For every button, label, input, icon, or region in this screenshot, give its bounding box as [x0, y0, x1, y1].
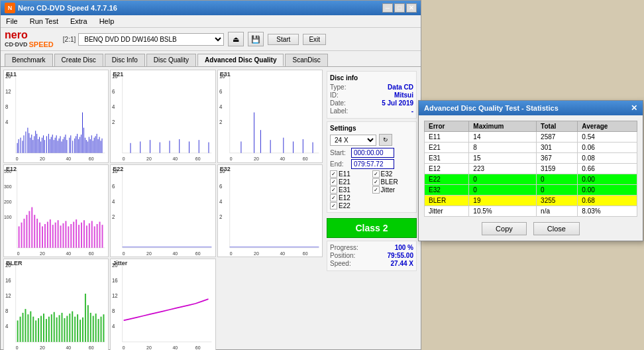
svg-rect-62	[91, 135, 92, 153]
start-time-input[interactable]	[351, 148, 394, 158]
cb-e32-box[interactable]	[372, 170, 380, 178]
svg-rect-187	[25, 309, 26, 342]
svg-text:0: 0	[16, 345, 19, 350]
cb-jitter[interactable]: Jitter	[372, 186, 414, 194]
svg-rect-135	[62, 223, 64, 247]
svg-text:40: 40	[66, 345, 71, 350]
drive-dropdown[interactable]: BENQ DVD DD DW1640 BSLB	[78, 33, 224, 46]
svg-rect-56	[83, 128, 84, 153]
svg-rect-33	[51, 137, 52, 153]
dialog-close-icon[interactable]: ✕	[631, 103, 637, 113]
cb-e22[interactable]: E22	[330, 202, 372, 209]
maximize-button[interactable]: □	[394, 3, 405, 13]
cb-e21-box[interactable]	[330, 178, 337, 186]
cb-e12[interactable]: E12	[330, 194, 372, 202]
svg-rect-55	[82, 113, 83, 153]
svg-rect-16	[27, 128, 28, 153]
dialog-title-text: Advanced Disc Quality Test - Statistics	[424, 104, 559, 112]
svg-rect-106	[302, 139, 303, 153]
svg-rect-132	[55, 222, 56, 247]
svg-rect-134	[60, 225, 62, 248]
svg-rect-150	[101, 225, 103, 248]
svg-text:4: 4	[112, 323, 115, 330]
svg-rect-204	[69, 314, 70, 342]
tab-disc-quality[interactable]: Disc Quality	[146, 54, 196, 66]
cb-e31[interactable]: E31	[330, 186, 372, 194]
svg-text:4: 4	[5, 118, 9, 125]
cb-e32[interactable]: E32	[372, 170, 414, 178]
menu-run-test[interactable]: Run Test	[27, 17, 61, 26]
svg-text:40: 40	[66, 156, 71, 162]
svg-text:12: 12	[5, 88, 11, 95]
svg-rect-198	[54, 312, 55, 342]
position-value: 79:55.00	[388, 252, 413, 259]
exit-button[interactable]: Exit	[303, 34, 326, 45]
chart-e12-label: E12	[6, 166, 17, 172]
svg-rect-35	[54, 140, 54, 153]
svg-rect-207	[77, 315, 78, 343]
close-button[interactable]: Close	[533, 222, 580, 235]
svg-rect-89	[209, 143, 209, 153]
cb-bler-box[interactable]	[372, 178, 380, 186]
svg-rect-101	[254, 113, 254, 153]
svg-rect-67	[98, 139, 99, 153]
svg-rect-192	[38, 318, 39, 342]
refresh-button[interactable]: ↻	[379, 134, 392, 146]
svg-rect-88	[199, 140, 199, 153]
svg-rect-25	[39, 137, 40, 153]
svg-rect-69	[101, 141, 101, 152]
svg-text:40: 40	[280, 156, 285, 162]
menu-extra[interactable]: Extra	[68, 17, 90, 26]
menu-file[interactable]: File	[3, 17, 21, 26]
svg-rect-48	[72, 141, 73, 152]
tab-scan-disc[interactable]: ScanDisc	[285, 54, 327, 66]
cb-e11-box[interactable]	[330, 170, 337, 178]
cb-e12-box[interactable]	[330, 194, 337, 202]
svg-rect-26	[40, 141, 41, 152]
svg-rect-58	[86, 140, 87, 153]
svg-rect-211	[87, 306, 89, 342]
tab-disc-info[interactable]: Disc Info	[105, 54, 145, 66]
speed-dropdown[interactable]: 24 X	[330, 135, 376, 146]
cb-e22-label: E22	[339, 202, 350, 209]
svg-text:40: 40	[66, 250, 71, 257]
svg-text:2: 2	[219, 118, 223, 125]
save-button[interactable]: 💾	[248, 32, 264, 46]
cb-e31-box[interactable]	[330, 186, 337, 194]
start-button[interactable]: Start	[268, 34, 299, 45]
speed-value: 27.44 X	[391, 260, 413, 267]
svg-text:60: 60	[89, 345, 94, 350]
svg-rect-196	[48, 317, 50, 342]
svg-text:40: 40	[173, 345, 178, 350]
cb-e21[interactable]: E21	[330, 178, 372, 186]
cb-e11-label: E11	[339, 170, 350, 178]
disc-info-title: Disc info	[330, 74, 413, 82]
svg-text:4: 4	[219, 198, 223, 205]
eject-button[interactable]: ⏏	[228, 32, 244, 46]
cb-bler[interactable]: BLER	[372, 178, 414, 186]
progress-section: Progress: 100 % Position: 79:55.00 Speed…	[327, 241, 417, 271]
end-time-input[interactable]	[351, 159, 394, 169]
minimize-button[interactable]: ─	[382, 3, 393, 13]
disc-type-row: Type: Data CD	[330, 84, 413, 91]
svg-rect-65	[95, 136, 96, 152]
svg-rect-42	[62, 139, 63, 153]
copy-button[interactable]: Copy	[482, 222, 527, 235]
close-button[interactable]: ✕	[406, 3, 417, 13]
svg-rect-146	[91, 221, 93, 247]
svg-rect-105	[293, 141, 294, 152]
tab-benchmark[interactable]: Benchmark	[5, 54, 53, 66]
svg-rect-120	[23, 219, 25, 248]
svg-text:0: 0	[229, 156, 232, 162]
svg-rect-47	[70, 135, 71, 153]
cb-e11[interactable]: E11	[330, 170, 372, 178]
dialog-buttons: Copy Close	[424, 222, 637, 235]
tab-create-disc[interactable]: Create Disc	[54, 54, 103, 66]
col-total: Total	[537, 121, 578, 132]
svg-text:60: 60	[302, 156, 307, 162]
svg-rect-128	[44, 224, 46, 248]
tab-advanced-disc-quality[interactable]: Advanced Disc Quality	[197, 54, 284, 66]
cb-e22-box[interactable]	[330, 202, 337, 209]
cb-jitter-box[interactable]	[372, 186, 380, 194]
menu-help[interactable]: Help	[97, 17, 117, 26]
